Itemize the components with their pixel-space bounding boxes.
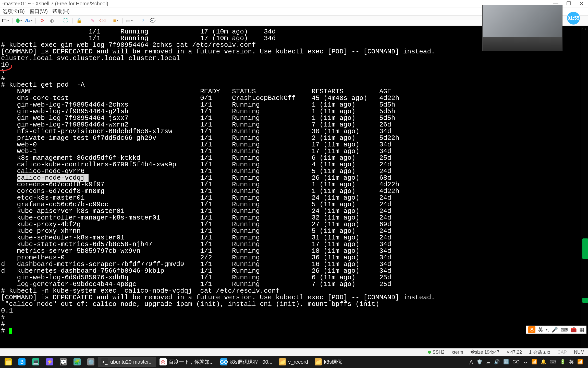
disconnect-icon[interactable]: ◐ [49, 18, 55, 24]
terminal-line: "calico-node" out of: calico-node, upgra… [0, 301, 581, 307]
taskbar-item-label: k8s调优课程 - 00... [229, 359, 272, 365]
taskbar-item[interactable]: 🧩 [70, 357, 84, 367]
ime-toolbar[interactable]: S 英 •, 🎤 ⌨ 🧰 ▦ [526, 326, 586, 334]
menu-help[interactable]: 帮助(H) [52, 8, 70, 15]
taskbar-app-icon: 💬 [60, 358, 67, 365]
tray-icon[interactable]: 🔔 [541, 359, 546, 365]
terminal-line: nfs-client-provisioner-68dcbdf6c6-xlzsw … [0, 128, 581, 135]
new-session-icon[interactable]: 🗔 [3, 18, 9, 24]
terminal-line: kube-controller-manager-k8s-master01 1/1… [0, 214, 581, 221]
layout-icon[interactable]: ▭ [126, 18, 132, 24]
reconnect-icon[interactable]: ⟳ [39, 18, 45, 24]
lock-icon[interactable]: 🔒 [76, 18, 82, 24]
help-icon[interactable]: ? [140, 18, 146, 24]
terminal-line: grafana-cc56c6c7b-c99cc 1/1 Running 5 (1… [0, 201, 581, 208]
taskbar-item[interactable]: 📁k8s调优 [312, 357, 345, 367]
sogou-logo-icon[interactable]: S [528, 326, 535, 333]
tray-icon[interactable]: ⌨ [550, 359, 556, 365]
scrollbar-thumb[interactable] [582, 238, 588, 259]
ime-punct[interactable]: •, [546, 327, 549, 333]
prev-icon[interactable]: ‹ [581, 26, 583, 32]
taskbar-item[interactable]: B [15, 357, 29, 367]
tray-icon[interactable]: 📶 [531, 359, 537, 365]
menu-tabs[interactable]: 选项卡(B) [3, 8, 25, 15]
taskbar-item[interactable]: 📁v_record [276, 357, 311, 367]
status-term: xterm [452, 350, 463, 355]
tray-icon[interactable]: ⋀ [469, 359, 473, 365]
terminal-line: d kubernetes-dashboard-7566fb8946-9kblp … [0, 268, 581, 274]
tray-icon[interactable]: GO [512, 359, 520, 365]
taskbar-item[interactable]: 💻 [29, 357, 42, 367]
close-button[interactable]: ✕ [579, 1, 584, 7]
tray-icon[interactable]: 🛡️ [477, 359, 482, 365]
tray-icon[interactable]: 英 [569, 359, 574, 365]
ime-lang[interactable]: 英 [538, 326, 543, 333]
terminal-line: web-0 1/1 Running 17 (11m ago) 34d [0, 141, 581, 148]
terminal-line: gin-web-log-7f98954464-2chxs 1/1 Running… [0, 101, 581, 108]
terminal-line: # kubectl -n kube-system exec calico-nod… [0, 288, 581, 294]
terminal-line: kube-proxy-xhrnn 1/1 Running 5 (11m ago)… [0, 228, 581, 234]
taskbar-item-label: k8s调优 [324, 359, 342, 365]
grid-icon[interactable]: ▦ [579, 327, 584, 333]
mic-icon[interactable]: 🎤 [552, 327, 558, 333]
tray-icon[interactable]: ☁ [486, 359, 491, 365]
font-icon[interactable]: Aa [26, 18, 32, 24]
taskbar-app-icon: 🧩 [74, 358, 81, 365]
terminal-line: gin-web-log-7f98954464-g2lsh 1/1 Running… [0, 108, 581, 115]
terminal-line: # [0, 321, 581, 327]
taskbar-item[interactable]: 🗂️ [2, 357, 15, 367]
tools-icon[interactable]: 🧰 [570, 327, 577, 333]
taskbar: 🗂️B💻⚡💬🧩⚙️>_ubuntu20-master...◎百度一下，你就知..… [0, 356, 588, 368]
taskbar-app-icon: B [18, 358, 26, 365]
terminal-line: calico-kube-controllers-6799f5f4b4-xws9p… [0, 161, 581, 168]
fullscreen-icon[interactable]: ⛶ [63, 18, 69, 24]
tray-icon[interactable]: 🔊 [494, 359, 500, 365]
terminal[interactable]: 1/1 Running 17 (10m ago) 34d 1/1 Running… [0, 26, 581, 351]
taskbar-item[interactable]: GOk8s调优课程 - 00... [217, 357, 275, 367]
taskbar-item[interactable]: >_ubuntu20-master... [98, 357, 156, 367]
tray-icon[interactable]: 🗨 [523, 359, 528, 365]
taskbar-app-icon: ◎ [160, 358, 167, 365]
taskbar-app-icon: GO [220, 358, 227, 365]
terminal-line: metrics-server-5b859797cb-wx9vn 1/1 Runn… [0, 248, 581, 254]
terminal-line: kube-state-metrics-6d57b8c58-njh47 1/1 R… [0, 241, 581, 248]
taskbar-item[interactable]: ⚡ [43, 357, 56, 367]
taskbar-app-icon: >_ [101, 358, 108, 365]
taskbar-item[interactable]: ◎百度一下，你就知... [156, 357, 217, 367]
taskbar-app-icon: 💻 [32, 358, 39, 365]
status-sessions[interactable]: 1 会话 ▴ ⧉ [529, 349, 550, 355]
terminal-line: # [0, 75, 581, 82]
terminal-line: gin-web-log-7f98954464-jsxx7 1/1 Running… [0, 115, 581, 121]
taskbar-item[interactable]: ⚙️ [84, 357, 97, 367]
taskbar-item-label: 百度一下，你就知... [169, 359, 214, 365]
terminal-line: NAME READY STATUS RESTARTS AGE [0, 88, 581, 95]
menu-window[interactable]: 窗口(W) [29, 8, 48, 15]
maximize-button[interactable]: ❐ [566, 1, 571, 7]
tray-icon[interactable]: 📶 [577, 359, 583, 365]
tray-icon[interactable]: 🔋 [560, 359, 566, 365]
erase-icon[interactable]: ⌫ [99, 18, 105, 24]
terminal-line: # [0, 314, 581, 321]
highlight-icon[interactable]: ✎ [90, 18, 96, 24]
terminal-line: kube-proxy-4bf2g 1/1 Running 27 (11m ago… [0, 221, 581, 228]
terminal-line: coredns-6d7ccdf8-mn8mg 1/1 Running 1 (11… [0, 188, 581, 194]
taskbar-item[interactable]: 💬 [57, 357, 70, 367]
taskbar-item-label: v_record [288, 359, 308, 365]
terminal-line: log-generator-69bdcc4b44-4p8gc 1/1 Runni… [0, 281, 581, 288]
tray-icon[interactable]: 🈁 [503, 359, 509, 365]
keyboard-icon[interactable]: ⌨ [560, 327, 568, 333]
taskbar-item-label: ubuntu20-master... [110, 359, 153, 365]
scrollbar-thumb[interactable] [582, 298, 588, 303]
webcam-overlay [482, 5, 562, 51]
terminal-line: coredns-6d7ccdf8-k9f97 1/1 Running 1 (11… [0, 181, 581, 188]
recording-timer: 01:55 [567, 12, 580, 25]
terminal-line: k8s-management-86cdd5df6f-ktkkd 1/1 Runn… [0, 155, 581, 161]
next-icon[interactable]: › [584, 26, 586, 32]
color-icon[interactable]: ■ [113, 18, 119, 24]
terminal-line: 10 [0, 62, 581, 68]
terminal-line: 0.1 [0, 307, 581, 314]
chat-icon[interactable]: 💬 [150, 18, 156, 24]
connect-icon[interactable] [16, 18, 22, 24]
terminal-scrollbar[interactable] [581, 26, 588, 351]
status-pos: ⌖ 47,22 [507, 350, 522, 355]
